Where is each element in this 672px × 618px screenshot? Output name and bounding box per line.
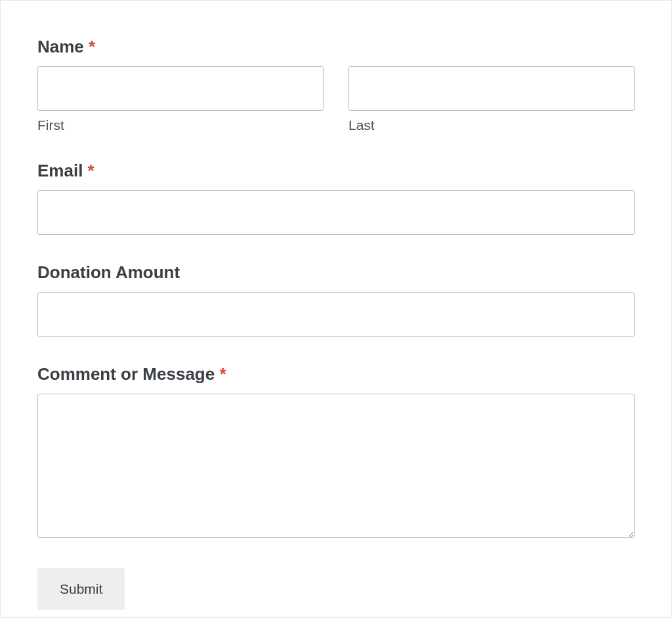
name-label-text: Name <box>37 37 84 56</box>
donation-label-text: Donation Amount <box>37 262 180 282</box>
comment-label: Comment or Message * <box>37 364 635 384</box>
donation-label: Donation Amount <box>37 262 635 283</box>
email-input[interactable] <box>37 190 635 235</box>
last-name-input[interactable] <box>348 66 635 111</box>
first-name-sublabel: First <box>37 117 324 133</box>
comment-textarea[interactable] <box>37 394 635 538</box>
required-asterisk: * <box>89 37 95 56</box>
last-name-col: Last <box>348 66 635 133</box>
donation-amount-input[interactable] <box>37 292 635 337</box>
comment-label-text: Comment or Message <box>37 364 215 384</box>
submit-button[interactable]: Submit <box>37 568 125 610</box>
email-label-text: Email <box>37 161 83 180</box>
first-name-col: First <box>37 66 324 133</box>
required-asterisk: * <box>219 364 226 384</box>
email-field-group: Email * <box>37 161 635 235</box>
first-name-input[interactable] <box>37 66 324 111</box>
email-label: Email * <box>37 161 635 181</box>
donation-form: Name * First Last Email * Donation Amoun… <box>37 37 635 610</box>
required-asterisk: * <box>88 161 94 180</box>
name-label: Name * <box>37 37 635 57</box>
name-row: First Last <box>37 66 635 133</box>
last-name-sublabel: Last <box>348 117 635 133</box>
donation-field-group: Donation Amount <box>37 262 635 337</box>
comment-field-group: Comment or Message * <box>37 364 635 541</box>
name-field-group: Name * First Last <box>37 37 635 133</box>
